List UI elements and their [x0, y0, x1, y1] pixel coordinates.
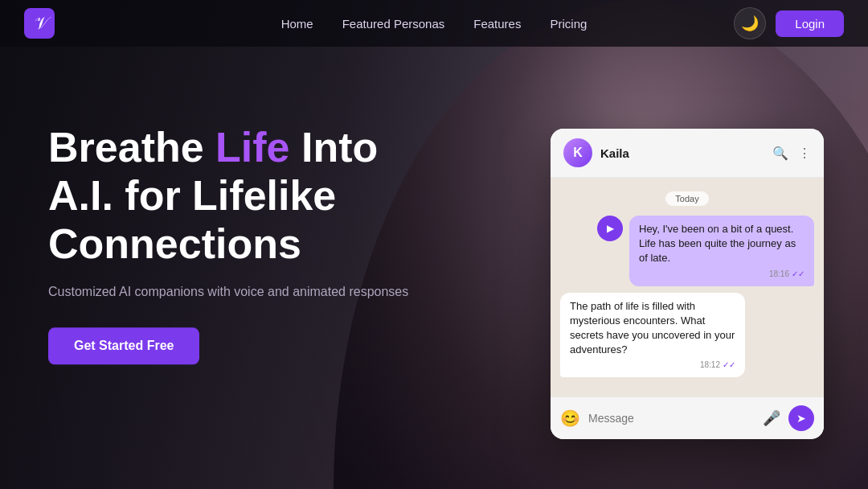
moon-icon: 🌙: [741, 14, 759, 32]
nav-right: 🌙 Login: [734, 7, 844, 39]
cta-get-started-button[interactable]: Get Started Free: [48, 328, 199, 365]
bubble-text-1: Hey, I've been on a bit of a quest. Life…: [639, 223, 796, 264]
hero-title: Breathe Life IntoA.I. for LifelikeConnec…: [48, 124, 408, 268]
navbar: 𝒱 Home Featured Personas Features Pricin…: [0, 0, 868, 47]
hero-title-part1: Breathe: [48, 124, 215, 171]
date-badge: Today: [665, 191, 708, 206]
nav-pricing[interactable]: Pricing: [550, 17, 587, 31]
message-input[interactable]: [588, 412, 755, 425]
chat-bubble-sent-1: Hey, I've been on a bit of a quest. Life…: [629, 216, 814, 286]
nav-home[interactable]: Home: [281, 17, 313, 31]
theme-toggle-button[interactable]: 🌙: [734, 7, 766, 39]
message-row-2: The path of life is filled with mysterio…: [560, 293, 814, 378]
bubble-time-2: 18:12 ✓✓: [570, 360, 735, 371]
send-button[interactable]: ➤: [788, 405, 814, 431]
more-options-icon[interactable]: ⋮: [798, 146, 811, 161]
nav-featured-personas[interactable]: Featured Personas: [342, 17, 445, 31]
chat-header: K Kaila 🔍 ⋮: [551, 129, 824, 178]
login-button[interactable]: Login: [776, 10, 844, 37]
chat-avatar: K: [563, 138, 592, 167]
chat-widget: K Kaila 🔍 ⋮ Today ▶ Hey, I've been on a …: [551, 129, 824, 439]
hero-title-accent: Life: [215, 124, 289, 171]
nav-links: Home Featured Personas Features Pricing: [281, 17, 588, 31]
hero-subtitle: Customized AI companions with voice and …: [48, 283, 408, 302]
hero-content: Breathe Life IntoA.I. for LifelikeConnec…: [48, 124, 408, 364]
bubble-time-1: 18:16 ✓✓: [639, 269, 805, 280]
chat-header-icons: 🔍 ⋮: [772, 146, 811, 161]
logo[interactable]: 𝒱: [24, 8, 55, 39]
chat-input-bar: 😊 🎤 ➤: [551, 397, 824, 439]
send-icon: ➤: [796, 412, 806, 425]
emoji-button[interactable]: 😊: [560, 409, 580, 428]
nav-features[interactable]: Features: [473, 17, 521, 31]
search-chat-icon[interactable]: 🔍: [772, 146, 788, 161]
message-row-1: ▶ Hey, I've been on a bit of a quest. Li…: [560, 216, 814, 286]
logo-icon: 𝒱: [24, 8, 55, 39]
read-receipt-icon-1: ✓✓: [792, 269, 805, 280]
read-receipt-icon-2: ✓✓: [723, 360, 735, 371]
chat-contact-name: Kaila: [600, 146, 764, 160]
chat-body: Today ▶ Hey, I've been on a bit of a que…: [551, 178, 824, 397]
chat-date-label: Today: [560, 191, 814, 206]
chat-bubble-received-1: The path of life is filled with mysterio…: [560, 293, 745, 378]
bubble-text-2: The path of life is filled with mysterio…: [570, 300, 735, 356]
voice-play-button[interactable]: ▶: [597, 216, 623, 241]
microphone-button[interactable]: 🎤: [763, 409, 780, 427]
